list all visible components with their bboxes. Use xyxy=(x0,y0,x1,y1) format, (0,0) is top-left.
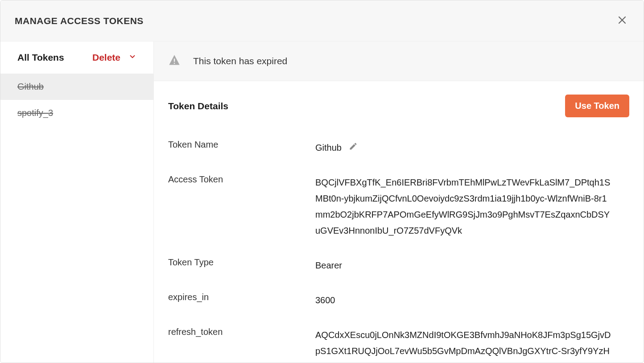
expires-in-label: expires_in xyxy=(168,292,315,308)
token-name-value: Github xyxy=(315,140,342,156)
all-tokens-heading: All Tokens xyxy=(17,52,64,63)
dialog-body: All Tokens Delete Github spotify_3 xyxy=(0,41,644,363)
access-token-value: BQCjlVFBXgTfK_En6IERBri8FVrbmTEhMlPwLzTW… xyxy=(315,174,629,239)
sidebar-header: All Tokens Delete xyxy=(0,41,153,74)
field-refresh-token: refresh_token AQCdxXEscu0jLOnNk3MZNdI9tO… xyxy=(168,327,629,363)
dialog-header: MANAGE ACCESS TOKENS xyxy=(0,0,644,41)
delete-button[interactable]: Delete xyxy=(92,52,136,63)
token-type-value: Bearer xyxy=(315,257,629,273)
sidebar: All Tokens Delete Github spotify_3 xyxy=(0,41,154,363)
edit-icon[interactable] xyxy=(349,140,358,156)
field-token-name: Token Name Github xyxy=(168,140,629,156)
chevron-down-icon xyxy=(128,52,136,63)
token-name-label: Token Name xyxy=(168,140,315,156)
banner-message: This token has expired xyxy=(193,56,287,66)
token-list: Github spotify_3 xyxy=(0,74,153,126)
field-access-token: Access Token BQCjlVFBXgTfK_En6IERBri8FVr… xyxy=(168,174,629,239)
refresh-token-value: AQCdxXEscu0jLOnNk3MZNdI9tOKGE3BfvmhJ9aNH… xyxy=(315,327,629,363)
svg-rect-3 xyxy=(174,63,175,64)
access-token-label: Access Token xyxy=(168,174,315,239)
warning-icon xyxy=(168,54,181,68)
use-token-button[interactable]: Use Token xyxy=(565,95,629,117)
details-title: Token Details xyxy=(168,101,228,111)
field-token-type: Token Type Bearer xyxy=(168,257,629,273)
field-expires-in: expires_in 3600 xyxy=(168,292,629,308)
token-name-value-wrap: Github xyxy=(315,140,629,156)
dialog-title: MANAGE ACCESS TOKENS xyxy=(15,16,144,26)
refresh-token-label: refresh_token xyxy=(168,327,315,363)
expires-in-value: 3600 xyxy=(315,292,629,308)
details-body: Token Name Github Access Token BQCjlVFBX… xyxy=(154,117,644,363)
token-type-label: Token Type xyxy=(168,257,315,273)
expired-banner: This token has expired xyxy=(154,41,644,81)
details-header: Token Details Use Token xyxy=(154,81,644,117)
delete-label: Delete xyxy=(92,52,120,63)
close-icon xyxy=(617,15,627,27)
token-item-spotify[interactable]: spotify_3 xyxy=(0,100,153,126)
token-item-github[interactable]: Github xyxy=(0,74,153,100)
close-button[interactable] xyxy=(615,13,629,29)
svg-rect-2 xyxy=(174,59,175,62)
main-panel: This token has expired Token Details Use… xyxy=(154,41,644,363)
